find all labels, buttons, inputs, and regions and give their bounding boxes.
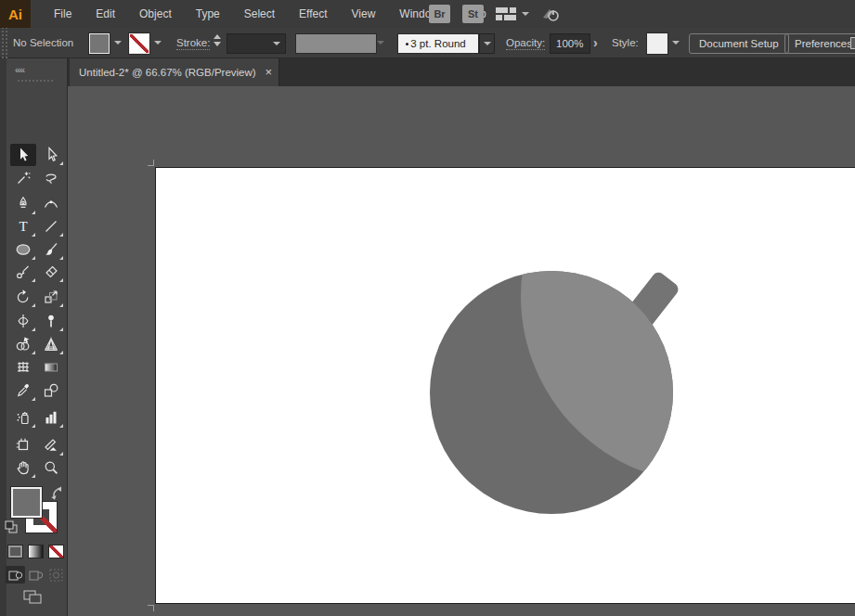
color-mode-button[interactable] bbox=[7, 545, 23, 558]
slice-icon bbox=[43, 437, 59, 454]
tool-artboard[interactable] bbox=[10, 434, 36, 456]
document-tab-title: Untitled-2* @ 66.67% (RGB/Preview) bbox=[70, 67, 256, 78]
menu-item-edit[interactable]: Edit bbox=[84, 0, 127, 28]
perspective-grid-icon bbox=[43, 336, 59, 353]
brush-definition-select[interactable]: 3 pt. Round bbox=[397, 33, 479, 54]
gpu-performance-icon[interactable] bbox=[541, 5, 564, 23]
tool-blend[interactable] bbox=[38, 379, 64, 402]
tool-width[interactable] bbox=[10, 310, 36, 332]
bridge-button[interactable]: Br bbox=[429, 5, 450, 23]
pen-icon bbox=[15, 196, 32, 212]
menu-item-select[interactable]: Select bbox=[232, 0, 287, 28]
draw-inside-button[interactable] bbox=[46, 566, 66, 584]
tool-line-segment[interactable] bbox=[38, 215, 64, 237]
brush-definition-chevron[interactable] bbox=[479, 33, 495, 54]
hand-icon bbox=[15, 459, 32, 476]
stock-button[interactable]: St bbox=[462, 5, 484, 23]
stroke-chevron-icon[interactable] bbox=[154, 41, 162, 45]
tool-lasso[interactable] bbox=[38, 167, 64, 189]
menu-bar: Ai FileEditObjectTypeSelectEffectViewWin… bbox=[0, 0, 855, 28]
tool-selection[interactable] bbox=[10, 144, 36, 166]
tool-puppet-warp[interactable] bbox=[38, 310, 64, 332]
tools-panel: «« T bbox=[0, 58, 68, 616]
fill-proxy[interactable] bbox=[11, 487, 42, 518]
line-segment-icon bbox=[43, 218, 59, 235]
width-icon bbox=[15, 313, 32, 329]
menu-item-type[interactable]: Type bbox=[184, 0, 232, 28]
menu-item-object[interactable]: Object bbox=[127, 0, 184, 28]
preferences-button[interactable]: Preferences bbox=[784, 33, 855, 54]
tool-shape-builder[interactable] bbox=[10, 333, 36, 355]
selection-icon bbox=[15, 147, 32, 163]
none-mode-button[interactable] bbox=[48, 545, 64, 558]
style-chevron-icon[interactable] bbox=[672, 41, 680, 45]
tool-hand[interactable] bbox=[10, 456, 36, 479]
opacity-expand-icon[interactable]: › bbox=[593, 36, 598, 49]
brush-definition-value: 3 pt. Round bbox=[410, 38, 465, 49]
selection-status: No Selection bbox=[13, 37, 73, 49]
document-tab[interactable]: Untitled-2* @ 66.67% (RGB/Preview) × bbox=[70, 58, 279, 86]
tool-direct-selection[interactable] bbox=[38, 144, 64, 166]
tool-pen[interactable] bbox=[10, 193, 36, 215]
control-bar: No Selection Stroke: 3 pt. Round Opacity… bbox=[0, 28, 855, 58]
tool-zoom[interactable] bbox=[38, 456, 64, 479]
stroke-width-stepper[interactable] bbox=[214, 34, 221, 46]
tool-mesh[interactable] bbox=[10, 356, 36, 379]
fill-chevron-icon[interactable] bbox=[114, 41, 122, 45]
default-fill-stroke-icon[interactable] bbox=[5, 520, 18, 533]
stroke-label[interactable]: Stroke: bbox=[176, 37, 210, 50]
style-swatch[interactable] bbox=[647, 33, 667, 54]
tool-rotate[interactable] bbox=[10, 286, 36, 308]
stepper-down-icon[interactable] bbox=[214, 42, 221, 46]
bomb-artwork[interactable] bbox=[156, 168, 855, 605]
menu-item-effect[interactable]: Effect bbox=[287, 0, 339, 28]
draw-behind-button[interactable] bbox=[26, 566, 45, 584]
tool-curvature[interactable] bbox=[38, 193, 64, 215]
tool-ellipse[interactable] bbox=[10, 238, 36, 261]
gradient-icon bbox=[43, 359, 59, 376]
tool-magic-wand[interactable] bbox=[10, 167, 36, 189]
style-label: Style: bbox=[612, 37, 639, 49]
stroke-color-swatch[interactable] bbox=[129, 33, 149, 54]
zoom-icon bbox=[43, 459, 59, 476]
collapse-panel-icon[interactable]: «« bbox=[15, 64, 24, 75]
tool-scale[interactable] bbox=[38, 286, 64, 308]
svg-text:T: T bbox=[19, 219, 27, 234]
magic-wand-icon bbox=[15, 170, 32, 186]
tool-slice[interactable] bbox=[38, 434, 64, 456]
artboard[interactable] bbox=[155, 167, 855, 604]
tool-column-graph[interactable] bbox=[38, 406, 64, 429]
control-bar-grip[interactable] bbox=[0, 28, 7, 58]
fill-color-swatch[interactable] bbox=[89, 33, 110, 54]
canvas-area[interactable] bbox=[68, 86, 855, 616]
tools-panel-grip[interactable] bbox=[17, 79, 54, 83]
tool-gradient[interactable] bbox=[38, 356, 64, 379]
tool-symbol-sprayer[interactable] bbox=[10, 406, 36, 429]
paintbrush-icon bbox=[43, 241, 59, 258]
stroke-width-select[interactable] bbox=[227, 33, 286, 54]
workspace-switcher[interactable] bbox=[496, 7, 529, 21]
chevron-down-icon bbox=[484, 42, 491, 45]
tool-eyedropper[interactable] bbox=[10, 379, 36, 402]
tab-close-icon[interactable]: × bbox=[265, 66, 272, 78]
rotate-icon bbox=[15, 289, 32, 305]
tool-eraser[interactable] bbox=[38, 261, 64, 283]
opacity-label[interactable]: Opacity: bbox=[506, 37, 545, 50]
chevron-down-icon bbox=[522, 12, 529, 16]
gradient-mode-button[interactable] bbox=[28, 545, 44, 558]
tool-shaper[interactable] bbox=[10, 261, 36, 283]
brush-dot-icon bbox=[406, 43, 408, 45]
stepper-up-icon[interactable] bbox=[214, 34, 221, 39]
menu-item-file[interactable]: File bbox=[42, 0, 84, 28]
tool-paintbrush[interactable] bbox=[38, 238, 64, 261]
menu-item-view[interactable]: View bbox=[340, 0, 388, 28]
scale-icon bbox=[43, 289, 59, 305]
swap-fill-stroke-icon[interactable] bbox=[51, 486, 65, 500]
draw-normal-button[interactable] bbox=[6, 566, 25, 584]
column-graph-icon bbox=[43, 409, 59, 426]
screen-mode-icon[interactable] bbox=[23, 588, 45, 607]
opacity-input[interactable]: 100% bbox=[550, 33, 590, 54]
tool-type[interactable]: T bbox=[10, 215, 36, 237]
document-setup-button[interactable]: Document Setup bbox=[689, 33, 789, 54]
tool-perspective-grid[interactable] bbox=[38, 333, 64, 355]
